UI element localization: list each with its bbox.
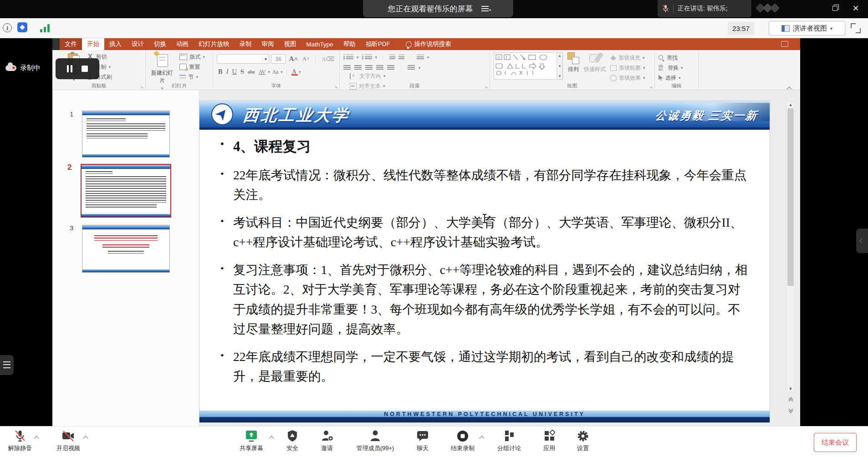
bullets-button[interactable] [346, 55, 353, 60]
apps-button[interactable]: 应用 [538, 427, 560, 457]
chat-button[interactable]: 聊天 [412, 427, 434, 457]
share-options-caret[interactable] [270, 434, 273, 442]
side-panel-toggle[interactable] [856, 228, 868, 253]
shape-effects-button[interactable]: 形状效果 ▾ [610, 73, 645, 82]
font-size-combobox[interactable]: 36 [271, 54, 286, 64]
window-close-button[interactable]: ✕ [850, 4, 862, 15]
underline-button[interactable]: U [231, 68, 238, 76]
shape-outline-button[interactable]: 形状轮廓 ▾ [610, 63, 645, 72]
tab-slideshow[interactable]: 幻灯片放映 [194, 38, 235, 50]
columns-button[interactable] [408, 65, 415, 71]
slide-thumbnail-2-selected[interactable] [81, 164, 171, 218]
mic-options-caret[interactable] [35, 434, 38, 442]
find-button[interactable]: 查找 [659, 53, 683, 62]
tell-me-search[interactable]: 操作说明搜索 [401, 38, 456, 50]
tab-file[interactable]: 文件 [60, 38, 82, 50]
slide-thumbnail-3[interactable] [82, 225, 170, 273]
gallery-more-icon[interactable]: ▼ [558, 74, 562, 78]
end-meeting-button[interactable]: 结束会议 [814, 433, 857, 452]
agenda-list-button[interactable] [0, 355, 14, 375]
shape-fill-button[interactable]: 形状填充 ▾ [610, 53, 645, 62]
scroll-down-icon[interactable]: ▼ [558, 64, 562, 68]
grow-font-button[interactable]: A˄ [288, 55, 299, 63]
shrink-font-button[interactable]: A˅ [301, 56, 311, 62]
slide-footer-banner: NORTHWESTERN POLYTECHNICAL UNIVERSITY [199, 411, 770, 422]
stop-recording-toolbar-button[interactable]: 结束录制 [445, 427, 480, 457]
stop-recording-button[interactable] [82, 66, 88, 72]
tab-transitions[interactable]: 切换 [149, 38, 171, 50]
justify-button[interactable] [376, 65, 383, 71]
line-spacing-button[interactable] [417, 55, 424, 60]
unmute-button[interactable]: 解除静音 [4, 427, 36, 457]
dialog-launcher-icon[interactable]: ↘ [334, 85, 337, 89]
tab-view[interactable]: 视图 [279, 38, 301, 50]
security-button[interactable]: 安全 [281, 427, 303, 457]
section-button[interactable]: 节 ▾ [179, 72, 205, 81]
manage-members-button[interactable]: 管理成员(99+) [351, 427, 400, 457]
font-color-button[interactable]: A [291, 68, 298, 76]
collapse-ribbon-button[interactable] [787, 85, 793, 88]
select-button[interactable]: 选择 ▾ [659, 73, 683, 82]
font-name-combobox[interactable]: ▾ [217, 54, 269, 64]
video-options-caret[interactable] [84, 434, 87, 442]
character-spacing-button[interactable]: AV [257, 69, 267, 75]
align-center-button[interactable] [354, 65, 362, 71]
fullscreen-toggle-icon[interactable] [850, 22, 862, 34]
network-quality-icon[interactable] [40, 24, 50, 32]
pause-recording-button[interactable] [67, 65, 72, 72]
info-icon[interactable]: i [3, 23, 12, 32]
invite-button[interactable]: 邀请 [315, 427, 339, 457]
tab-mathtype[interactable]: MathType [301, 38, 338, 50]
increase-indent-button[interactable] [398, 55, 404, 60]
align-left-button[interactable] [343, 65, 351, 71]
slide-scrollbar[interactable]: ▲ ▼ [786, 101, 795, 392]
tab-design[interactable]: 设计 [127, 38, 149, 50]
current-slide[interactable]: 西北工业大学 公诚勇毅 三实一新 • 4、课程复习 • 22年底考试情况：微积分… [199, 101, 770, 422]
tab-record[interactable]: 录制 [235, 38, 257, 50]
tab-review[interactable]: 审阅 [257, 38, 279, 50]
change-case-button[interactable]: Aa [271, 69, 280, 75]
dialog-launcher-icon[interactable]: ↘ [484, 85, 488, 89]
scroll-up-icon[interactable]: ▲ [558, 54, 562, 58]
italic-button[interactable]: I [225, 68, 230, 76]
text-shadow-button[interactable]: abc [246, 69, 256, 75]
next-slide-button[interactable] [789, 407, 792, 412]
view-mode-dropdown[interactable]: 演讲者视图 ▾ [769, 21, 845, 36]
previous-slide-button[interactable] [789, 398, 792, 403]
comments-icon[interactable] [781, 41, 788, 47]
scroll-up-icon[interactable]: ▲ [789, 102, 793, 107]
tab-help[interactable]: 帮助 [338, 38, 361, 50]
strikethrough-button[interactable]: S [239, 68, 245, 76]
tab-home[interactable]: 开始 [82, 38, 104, 50]
numbering-button[interactable] [365, 55, 372, 60]
dialog-launcher-icon[interactable]: ↘ [649, 85, 653, 89]
scrollbar-thumb[interactable] [787, 108, 794, 286]
decrease-indent-button[interactable] [389, 55, 395, 60]
align-right-button[interactable] [365, 65, 373, 71]
meeting-app-icon[interactable] [17, 22, 27, 32]
quick-styles-button[interactable]: 快速样式 [584, 52, 606, 73]
slide-thumbnail-1[interactable] [82, 111, 170, 157]
shapes-gallery-scrollbar[interactable]: ▲ ▼ ▼ [557, 53, 562, 79]
tab-insert[interactable]: 插入 [104, 38, 127, 50]
shapes-gallery[interactable]: A [494, 52, 563, 80]
replace-button[interactable]: abac 替换 ▾ [659, 63, 683, 72]
share-screen-button[interactable]: 共享屏幕 [233, 427, 270, 457]
scroll-down-icon[interactable]: ▼ [789, 386, 793, 391]
arrange-button[interactable]: 排列 [567, 52, 579, 73]
dialog-launcher-icon[interactable]: ↘ [140, 85, 143, 89]
bold-button[interactable]: B [217, 68, 224, 76]
breakout-rooms-button[interactable]: 分组讨论 [492, 427, 526, 457]
settings-button[interactable]: 设置 [572, 427, 594, 457]
clear-formatting-button[interactable]: A⌫ [320, 56, 336, 63]
tab-foxit-pdf[interactable]: 福昕PDF [361, 38, 395, 50]
window-restore-button[interactable] [830, 4, 842, 15]
text-direction-button[interactable]: 文字方向 ▾ [350, 71, 402, 81]
tab-animations[interactable]: 动画 [171, 38, 194, 50]
start-video-button[interactable]: 开启视频 [50, 427, 87, 457]
screen-share-menu-icon[interactable] [481, 6, 489, 11]
reset-button[interactable]: 重置 [179, 62, 205, 71]
recording-options-caret[interactable] [480, 434, 484, 442]
distribute-button[interactable] [387, 65, 394, 71]
layout-button[interactable]: 版式 ▾ [179, 52, 205, 61]
